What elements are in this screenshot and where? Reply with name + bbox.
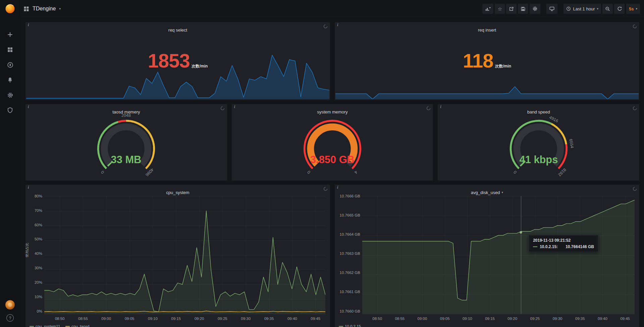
create-plus-icon[interactable] <box>6 31 14 39</box>
sidebar: ? <box>0 0 20 327</box>
panel-title[interactable]: system memory <box>243 108 422 116</box>
panel-info-icon[interactable]: i <box>337 22 338 28</box>
g-ylab: 0% <box>37 309 42 313</box>
add-panel-button[interactable] <box>482 4 493 14</box>
panel-avg-disk-used: i avg_disk_used ▾ 10.7660 GB10.7661 GB10… <box>335 185 639 327</box>
cycle-view-button[interactable] <box>546 4 557 14</box>
help-icon[interactable]: ? <box>6 314 14 322</box>
panel-loading-icon <box>633 106 637 112</box>
share-icon <box>509 6 514 11</box>
avatar-image <box>5 300 15 310</box>
legend-series-name: 10.0.2.15 <box>345 324 361 327</box>
zoom-out-button[interactable] <box>602 4 613 14</box>
g-xlab: 09:00 <box>101 317 111 321</box>
panel-loading-icon <box>426 106 431 112</box>
g-tt-dash <box>533 246 537 247</box>
legend-item[interactable]: 10.0.2.15 <box>339 324 361 327</box>
g-ylab: 50% <box>35 237 42 241</box>
g-xlab: 09:35 <box>264 317 274 321</box>
share-button[interactable] <box>506 4 517 14</box>
panel-title[interactable]: avg_disk_used ▾ <box>346 188 628 197</box>
dashboards-icon[interactable] <box>6 46 14 54</box>
svg-text:4096: 4096 <box>145 167 155 177</box>
legend-series-dash <box>65 326 70 327</box>
g-xlab: 09:30 <box>241 317 251 321</box>
panel-loading-icon <box>323 186 328 192</box>
panel-title[interactable]: taosd memery <box>37 108 216 116</box>
panel-loading-icon <box>323 24 328 30</box>
svg-text:33 MB: 33 MB <box>111 154 142 166</box>
g-hline <box>362 314 635 314</box>
refresh-button[interactable] <box>614 4 625 14</box>
legend-item[interactable]: cpu_system11 <box>30 324 60 327</box>
g-xlab: 08:50 <box>372 317 382 321</box>
panel-title-text: avg_disk_used <box>471 190 500 195</box>
sidebar-nav <box>6 31 14 121</box>
panel-info-icon[interactable]: i <box>28 104 29 109</box>
panel-info-icon[interactable]: i <box>28 22 29 28</box>
panel-loading-icon <box>633 24 637 30</box>
g-tooltip: 2019-11-13 09:21:5210.0.2.15:10.7664146 … <box>529 235 598 252</box>
admin-shield-icon[interactable] <box>6 106 14 114</box>
alerting-bell-icon[interactable] <box>6 76 14 84</box>
panel-info-icon[interactable]: i <box>234 104 235 109</box>
sparkline-svg <box>335 52 639 99</box>
legend-series-dash <box>30 326 34 327</box>
timeseries-chart: 使用占比 0%10%20%30%40%50%60%70%80%08:5008:5… <box>29 195 327 321</box>
star-button[interactable]: ☆ <box>495 4 505 14</box>
g-xlab: 09:20 <box>195 317 204 321</box>
time-range-label: Last 1 hour <box>573 6 595 11</box>
g-xlab: 09:15 <box>171 317 181 321</box>
panel-title[interactable]: cpu_system <box>37 188 319 197</box>
svg-text:41 kbps: 41 kbps <box>519 154 558 166</box>
settings-gear-icon[interactable] <box>6 91 14 99</box>
g-xlab: 08:55 <box>395 317 405 321</box>
legend-series-name: cpu_taosd <box>71 324 89 327</box>
g-ylab: 10.7663 GB <box>340 251 360 255</box>
save-button[interactable] <box>518 4 528 14</box>
user-avatar[interactable] <box>5 300 15 310</box>
g-tt-row: 10.0.2.15:10.7664146 GB <box>533 244 594 249</box>
gauge-svg: 043.850 GB <box>286 113 378 179</box>
g-plot[interactable] <box>44 196 325 314</box>
g-plot[interactable]: 2019-11-13 09:21:5210.0.2.15:10.7664146 … <box>362 196 635 314</box>
g-yaxis: 10.7660 GB10.7661 GB10.7662 GB10.7663 GB… <box>338 195 362 314</box>
time-range-button[interactable]: Last 1 hour ▾ <box>564 4 601 14</box>
series-svg <box>362 196 635 314</box>
g-ylab: 10.7661 GB <box>340 290 360 294</box>
g-xlab: 09:30 <box>553 317 562 321</box>
grafana-logo[interactable] <box>4 2 16 16</box>
svg-text:8192: 8192 <box>557 167 567 177</box>
legend-item[interactable]: cpu_taosd <box>65 324 89 327</box>
chevron-down-icon: ▾ <box>636 7 637 10</box>
panel-info-icon[interactable]: i <box>440 104 441 109</box>
refresh-interval-button[interactable]: 5s ▾ <box>626 4 640 14</box>
legend-series-dash <box>339 326 343 327</box>
g-ylab: 10.7660 GB <box>340 309 360 313</box>
g-xaxis: 08:5008:5509:0009:0509:1009:1509:2009:25… <box>362 315 635 321</box>
g-xlab: 08:50 <box>55 317 65 321</box>
g-ylab: 60% <box>35 223 42 227</box>
svg-text:0: 0 <box>307 170 312 175</box>
dashboard-title-button[interactable]: TDengine ▾ <box>23 6 61 12</box>
zoom-out-icon <box>605 6 610 11</box>
navbar: TDengine ▾ ☆ Last 1 hour ▾ <box>20 0 644 17</box>
panel-title[interactable]: req select <box>37 26 319 35</box>
explore-compass-icon[interactable] <box>6 61 14 69</box>
svg-text:0: 0 <box>513 170 518 175</box>
gauge-svg: 02048409633 MB <box>80 113 172 179</box>
dashboard-settings-button[interactable] <box>530 4 540 14</box>
g-xlab: 09:00 <box>418 317 427 321</box>
g-xlab: 09:10 <box>148 317 158 321</box>
panel-title[interactable]: band speed <box>449 108 628 116</box>
g-tt-name: 10.0.2.15: <box>540 244 558 249</box>
panel-system-memory: i system memory 043.850 GB <box>232 104 433 181</box>
panel-info-icon[interactable]: i <box>337 185 338 190</box>
sparkline-chart <box>26 52 329 99</box>
gauge-chart: 02048409633 MB <box>25 113 227 179</box>
panel-info-icon[interactable]: i <box>28 185 29 190</box>
g-ylab: 10.7665 GB <box>340 213 360 217</box>
panel-title[interactable]: req insert <box>346 26 628 35</box>
save-icon <box>521 6 526 11</box>
grafana-logo-icon <box>4 2 16 14</box>
